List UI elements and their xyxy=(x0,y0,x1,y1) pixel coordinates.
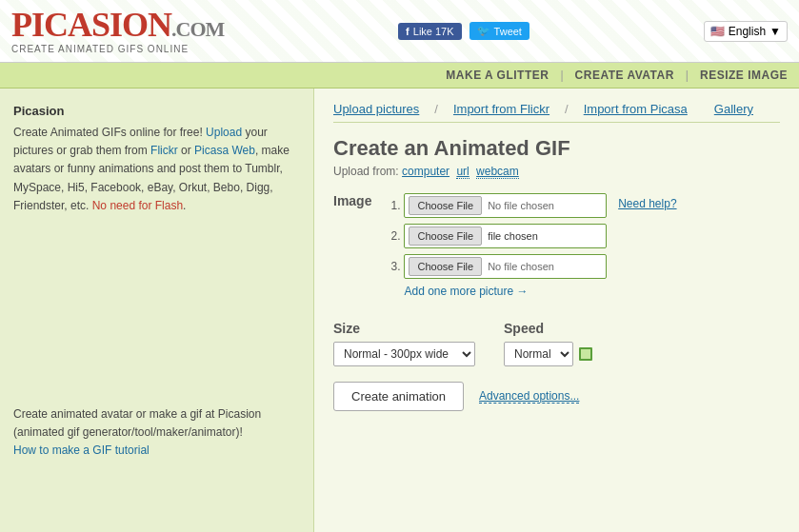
upload-computer-link[interactable]: computer xyxy=(402,165,449,178)
tweet-button[interactable]: 🐦 Tweet xyxy=(469,22,529,40)
file-row-num-1: 1. xyxy=(383,199,400,212)
speed-row: Normal Slow Fast xyxy=(504,342,592,366)
page-heading: Create an Animated GIF xyxy=(333,136,780,161)
no-flash-text: No need for Flash xyxy=(92,199,183,212)
choose-file-btn-3[interactable]: Choose File xyxy=(409,257,482,276)
fb-icon: f xyxy=(406,26,409,37)
subtab-sep-2: / xyxy=(565,102,569,116)
sidebar-bottom: Create animated avatar or make a gif at … xyxy=(13,405,300,461)
tab-picasa[interactable]: Import from Picasa xyxy=(584,102,688,116)
tab-gallery[interactable]: Gallery xyxy=(714,102,753,116)
header-social: f Like 17K 🐦 Tweet xyxy=(398,22,529,40)
choose-file-btn-1[interactable]: Choose File xyxy=(409,196,482,215)
logo: PICASION.COM xyxy=(11,8,224,42)
file-input-1: Choose File No file chosen xyxy=(404,193,607,218)
subtab-sep-1: / xyxy=(434,102,438,116)
file-status-3: No file chosen xyxy=(488,261,602,272)
sub-tabs: Upload pictures / Import from Flickr / I… xyxy=(333,102,780,123)
file-inputs: 1. Choose File No file chosen Need help?… xyxy=(383,193,676,313)
flickr-link[interactable]: Flickr xyxy=(150,144,178,157)
nav-create-avatar[interactable]: CREATE AVATAR xyxy=(575,69,674,82)
nav-bar: MAKE A GLITTER | CREATE AVATAR | RESIZE … xyxy=(0,63,799,89)
language-selector[interactable]: 🇺🇸 English ▼ xyxy=(704,21,788,42)
how-to-gif-link[interactable]: How to make a GIF tutorial xyxy=(13,443,150,457)
file-row-2: 2. Choose File file chosen xyxy=(383,224,676,248)
fb-label: Like 17K xyxy=(413,26,454,37)
size-option: Size Normal - 300px wide Small - 150px w… xyxy=(333,321,475,366)
flag-icon: 🇺🇸 xyxy=(710,25,725,38)
nav-make-glitter[interactable]: MAKE A GLITTER xyxy=(446,69,549,82)
size-select[interactable]: Normal - 300px wide Small - 150px wide M… xyxy=(333,342,475,366)
speed-option: Speed Normal Slow Fast xyxy=(504,321,592,366)
file-row-1: 1. Choose File No file chosen Need help? xyxy=(383,193,676,218)
create-animation-button[interactable]: Create animation xyxy=(333,382,464,411)
file-input-3: Choose File No file chosen xyxy=(404,254,607,279)
options-row: Size Normal - 300px wide Small - 150px w… xyxy=(333,321,780,366)
picasa-link[interactable]: Picasa Web xyxy=(194,144,255,157)
need-help-link[interactable]: Need help? xyxy=(618,197,676,210)
make-gif-text: make a gif xyxy=(150,407,202,421)
file-row-3: 3. Choose File No file chosen xyxy=(383,254,676,279)
upload-from-label: Upload from: xyxy=(333,165,399,178)
tweet-label: Tweet xyxy=(494,26,522,37)
header: PICASION.COM CREATE ANIMATED GIFS ONLINE… xyxy=(0,0,799,63)
tab-flickr[interactable]: Import from Flickr xyxy=(453,102,549,116)
main: Picasion Create Animated GIFs online for… xyxy=(0,89,799,532)
upload-link[interactable]: Upload xyxy=(206,126,242,139)
file-row-num-2: 2. xyxy=(383,229,400,243)
nav-sep-2: | xyxy=(686,69,689,82)
sidebar-title: Picasion xyxy=(13,104,300,118)
image-label: Image xyxy=(333,193,371,305)
add-more-picture-link[interactable]: Add one more picture → xyxy=(404,285,676,298)
upload-url-link[interactable]: url xyxy=(456,165,469,179)
speed-select[interactable]: Normal Slow Fast xyxy=(504,342,573,366)
size-label: Size xyxy=(333,321,475,336)
sidebar-description: Create Animated GIFs online for free! Up… xyxy=(13,124,300,215)
nav-resize-image[interactable]: RESIZE IMAGE xyxy=(700,69,788,82)
twitter-icon: 🐦 xyxy=(477,25,490,37)
choose-file-btn-2[interactable]: Choose File xyxy=(409,227,482,246)
facebook-like-button[interactable]: f Like 17K xyxy=(398,23,461,40)
tagline: CREATE ANIMATED GIFS ONLINE xyxy=(11,44,224,54)
upload-webcam-link[interactable]: webcam xyxy=(476,165,519,179)
advanced-options-link[interactable]: Advanced options... xyxy=(479,389,579,404)
tab-upload[interactable]: Upload pictures xyxy=(333,102,419,116)
file-status-2: file chosen xyxy=(488,230,602,242)
content-area: Upload pictures / Import from Flickr / I… xyxy=(314,89,799,532)
sidebar: Picasion Create Animated GIFs online for… xyxy=(0,89,314,532)
file-input-2: Choose File file chosen xyxy=(404,224,607,248)
speed-label: Speed xyxy=(504,321,592,336)
upload-from: Upload from: computer url webcam xyxy=(333,165,780,178)
image-section: Image 1. Choose File No file chosen Need… xyxy=(333,193,780,313)
sidebar-bottom-text: Create animated avatar or xyxy=(13,407,150,421)
lang-label: English xyxy=(729,25,766,38)
logo-area: PICASION.COM CREATE ANIMATED GIFS ONLINE xyxy=(11,8,224,54)
logo-suffix: .COM xyxy=(171,17,224,41)
logo-text: PICASION xyxy=(11,6,171,44)
action-row: Create animation Advanced options... xyxy=(333,382,780,411)
file-row-num-3: 3. xyxy=(383,260,400,273)
nav-sep-1: | xyxy=(560,69,563,82)
speed-checkbox[interactable] xyxy=(579,347,592,361)
chevron-down-icon: ▼ xyxy=(769,25,781,38)
file-status-1: No file chosen xyxy=(488,200,602,211)
